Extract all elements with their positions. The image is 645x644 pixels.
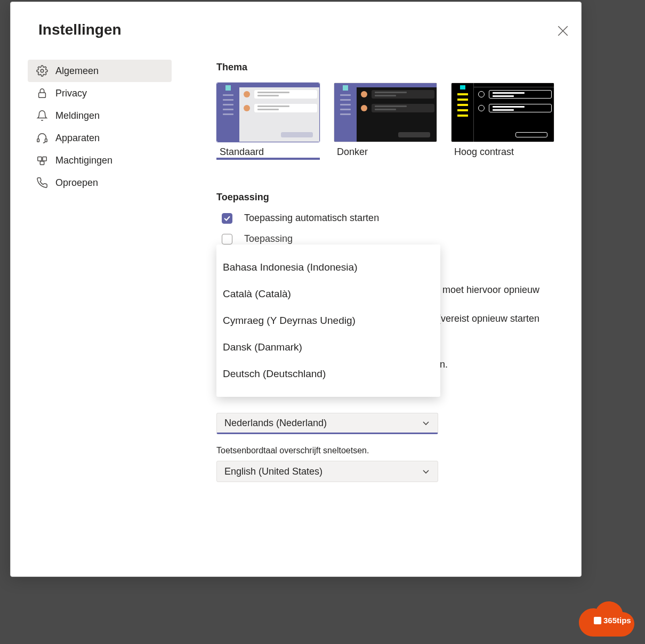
key-icon	[36, 154, 48, 166]
phone-icon	[36, 177, 48, 189]
theme-label: Standaard	[220, 146, 264, 157]
auto-start-checkbox[interactable]	[222, 213, 232, 224]
sidebar-item-devices[interactable]: Apparaten	[28, 127, 172, 149]
theme-preview-dark	[334, 83, 437, 142]
lock-icon	[36, 87, 48, 99]
svg-rect-3	[39, 93, 46, 97]
sidebar-item-label: Privacy	[55, 88, 87, 99]
auto-start-label: Toepassing automatisch starten	[244, 213, 379, 224]
theme-option-default[interactable]: Standaard	[216, 83, 320, 160]
obscured-hint-1: ns moet hiervoor opnieuw	[430, 284, 539, 296]
settings-dialog: Instellingen Algemeen Privacy Meldingen	[10, 2, 582, 577]
language-option[interactable]: Bahasa Indonesia (Indonesia)	[216, 254, 440, 281]
svg-rect-8	[40, 161, 44, 165]
svg-rect-5	[45, 139, 47, 142]
sidebar-item-label: Algemeen	[55, 66, 99, 77]
app-language-value: Nederlands (Nederland)	[224, 418, 327, 429]
language-option[interactable]: Deutsch (Deutschland)	[216, 361, 440, 387]
logo-365tips: 365tips	[579, 601, 634, 637]
svg-rect-7	[43, 157, 46, 161]
sidebar-item-privacy[interactable]: Privacy	[28, 82, 172, 104]
chevron-down-icon	[422, 419, 430, 427]
second-row-label: Toepassing	[244, 233, 293, 244]
theme-option-dark[interactable]: Donker	[334, 83, 437, 160]
sidebar-item-notifications[interactable]: Meldingen	[28, 104, 172, 127]
sidebar-item-label: Meldingen	[55, 110, 100, 121]
keyboard-language-hint: Toetsenbordtaal overschrijft sneltoetsen…	[216, 446, 560, 455]
theme-section-title: Thema	[216, 62, 560, 73]
auto-start-row: Toepassing automatisch starten	[222, 213, 560, 224]
page-title: Instellingen	[38, 21, 122, 38]
svg-rect-6	[38, 157, 42, 161]
second-row-partial: Toepassing	[222, 233, 560, 244]
second-row-checkbox[interactable]	[222, 234, 232, 244]
theme-option-high-contrast[interactable]: Hoog contrast	[451, 83, 554, 160]
language-dropdown-list: Bahasa Indonesia (Indonesia) Català (Cat…	[216, 244, 440, 397]
close-button[interactable]	[558, 26, 568, 36]
theme-preview-default	[216, 83, 320, 142]
gear-icon	[36, 65, 48, 77]
chevron-down-icon	[422, 467, 430, 476]
settings-sidebar: Algemeen Privacy Meldingen Apparaten Mac…	[28, 60, 172, 194]
language-option[interactable]: Dansk (Danmark)	[216, 334, 440, 361]
office-icon	[594, 617, 601, 624]
sidebar-item-general[interactable]: Algemeen	[28, 60, 172, 82]
keyboard-language-select[interactable]: English (United States)	[216, 461, 438, 482]
theme-label: Donker	[337, 146, 368, 157]
sidebar-item-calls[interactable]: Oproepen	[28, 172, 172, 194]
application-section-title: Toepassing	[216, 192, 560, 203]
keyboard-language-value: English (United States)	[224, 466, 322, 477]
bell-icon	[36, 110, 48, 121]
language-option[interactable]: Cymraeg (Y Deyrnas Unedig)	[216, 307, 440, 334]
svg-point-2	[41, 69, 44, 72]
sidebar-item-label: Apparaten	[55, 133, 100, 144]
headset-icon	[36, 132, 48, 144]
theme-options: Standaard Donker	[216, 83, 560, 160]
sidebar-item-label: Oproepen	[55, 177, 98, 189]
theme-label: Hoog contrast	[454, 146, 514, 157]
language-option[interactable]: Català (Català)	[216, 281, 440, 307]
obscured-hint-2: e (vereist opnieuw starten	[430, 313, 539, 324]
svg-rect-4	[37, 139, 39, 142]
theme-preview-high-contrast	[451, 83, 554, 142]
close-icon	[558, 29, 568, 38]
sidebar-item-label: Machtigingen	[55, 155, 112, 166]
logo-text: 365tips	[594, 616, 631, 625]
sidebar-item-permissions[interactable]: Machtigingen	[28, 149, 172, 172]
app-language-select[interactable]: Nederlands (Nederland)	[216, 413, 438, 434]
